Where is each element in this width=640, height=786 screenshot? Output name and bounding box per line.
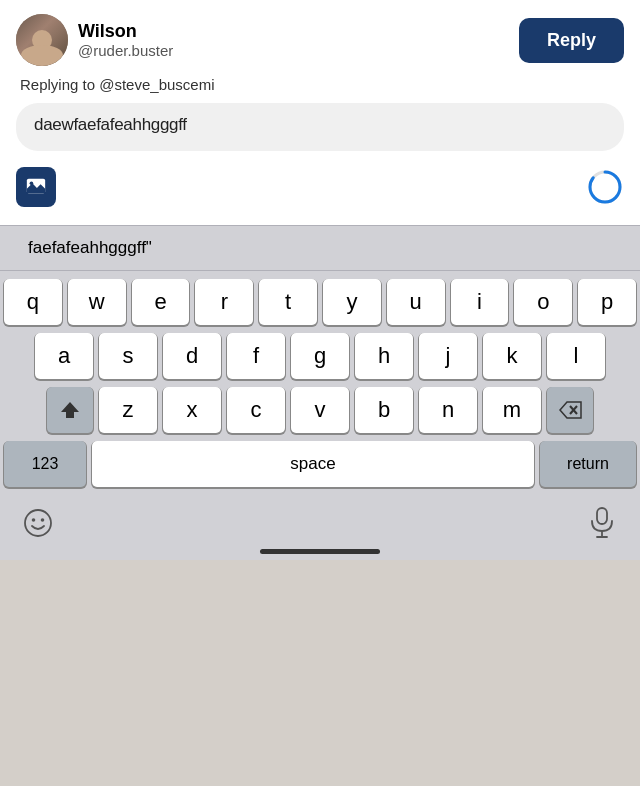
key-d[interactable]: d (163, 333, 221, 379)
key-s[interactable]: s (99, 333, 157, 379)
tweet-input-area[interactable]: daewfaefafeahhgggff (16, 103, 624, 151)
key-f[interactable]: f (227, 333, 285, 379)
autocomplete-bar: faefafeahhgggff" (0, 225, 640, 271)
key-row-4: 123 space return (4, 441, 636, 487)
key-row-3: z x c v b n m (4, 387, 636, 433)
key-w[interactable]: w (68, 279, 126, 325)
backspace-key[interactable] (547, 387, 593, 433)
key-i[interactable]: i (451, 279, 509, 325)
backspace-icon (558, 401, 582, 419)
return-key[interactable]: return (540, 441, 636, 487)
user-text: Wilson @ruder.buster (78, 21, 173, 59)
microphone-icon (589, 507, 615, 539)
key-row-2: a s d f g h j k l (4, 333, 636, 379)
tweet-input-text: daewfaefafeahhgggff (34, 115, 187, 134)
key-j[interactable]: j (419, 333, 477, 379)
svg-point-8 (25, 510, 51, 536)
key-p[interactable]: p (578, 279, 636, 325)
key-row-1: q w e r t y u i o p (4, 279, 636, 325)
bottom-toolbar (16, 163, 624, 215)
key-n[interactable]: n (419, 387, 477, 433)
keyboard: q w e r t y u i o p a s d f g h j k l (0, 271, 640, 499)
key-g[interactable]: g (291, 333, 349, 379)
user-info: Wilson @ruder.buster (16, 14, 173, 66)
key-o[interactable]: o (514, 279, 572, 325)
numbers-key[interactable]: 123 (4, 441, 86, 487)
header-row: Wilson @ruder.buster Reply (16, 14, 624, 66)
space-key[interactable]: space (92, 441, 534, 487)
avatar (16, 14, 68, 66)
key-m[interactable]: m (483, 387, 541, 433)
key-e[interactable]: e (132, 279, 190, 325)
emoji-icon (23, 508, 53, 538)
user-handle: @ruder.buster (78, 42, 173, 59)
key-u[interactable]: u (387, 279, 445, 325)
svg-marker-5 (61, 402, 79, 418)
key-h[interactable]: h (355, 333, 413, 379)
avatar-image (16, 14, 68, 66)
emoji-button[interactable] (20, 505, 56, 541)
character-count-circle (586, 168, 624, 206)
svg-point-9 (32, 518, 36, 522)
key-r[interactable]: r (195, 279, 253, 325)
microphone-button[interactable] (584, 505, 620, 541)
key-c[interactable]: c (227, 387, 285, 433)
key-y[interactable]: y (323, 279, 381, 325)
reply-button[interactable]: Reply (519, 18, 624, 63)
key-v[interactable]: v (291, 387, 349, 433)
svg-point-10 (41, 518, 45, 522)
image-attach-button[interactable] (16, 167, 56, 207)
replying-to-label: Replying to @steve_buscemi (16, 76, 624, 93)
key-z[interactable]: z (99, 387, 157, 433)
home-bar (260, 549, 380, 554)
key-b[interactable]: b (355, 387, 413, 433)
key-a[interactable]: a (35, 333, 93, 379)
key-t[interactable]: t (259, 279, 317, 325)
top-area: Wilson @ruder.buster Reply Replying to @… (0, 0, 640, 225)
keyboard-bottom-bar (0, 499, 640, 549)
username: Wilson (78, 21, 173, 42)
shift-icon (59, 399, 81, 421)
svg-point-2 (30, 182, 34, 186)
key-q[interactable]: q (4, 279, 62, 325)
svg-rect-11 (597, 508, 607, 524)
autocomplete-suggestion[interactable]: faefafeahhgggff" (16, 234, 164, 262)
shift-key[interactable] (47, 387, 93, 433)
home-indicator-area (0, 549, 640, 560)
image-icon (25, 176, 47, 198)
phone-frame: Wilson @ruder.buster Reply Replying to @… (0, 0, 640, 786)
key-k[interactable]: k (483, 333, 541, 379)
key-l[interactable]: l (547, 333, 605, 379)
key-x[interactable]: x (163, 387, 221, 433)
